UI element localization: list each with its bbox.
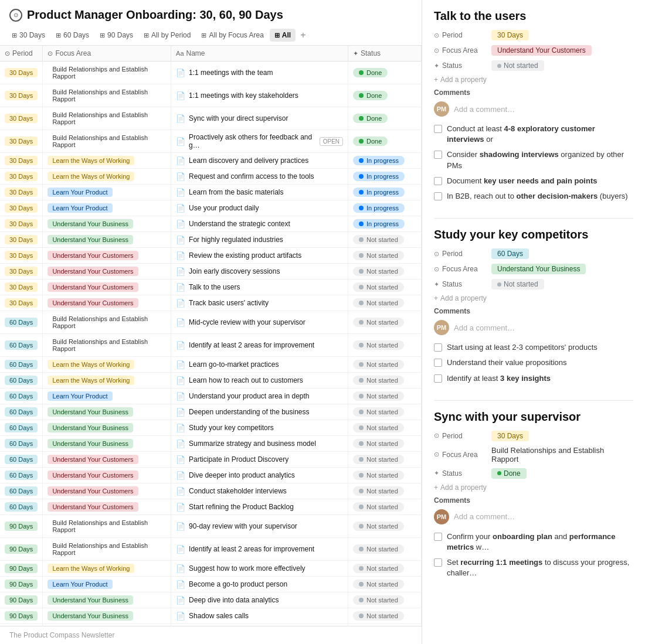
checkbox[interactable]	[434, 192, 442, 200]
focus-badge[interactable]: Build Relationships and Establish Rappor…	[47, 110, 166, 127]
period-value-2[interactable]: 60 Days	[491, 248, 529, 259]
focus-badge[interactable]: Build Relationships and Establish Rappor…	[47, 541, 166, 557]
focus-badge[interactable]: Understand Your Business	[47, 235, 133, 244]
focus-badge[interactable]: Build Relationships and Establish Rappor…	[47, 518, 166, 534]
focus-badge[interactable]: Learn the Ways of Working	[47, 360, 134, 369]
period-badge[interactable]: 90 Days	[5, 564, 38, 573]
focus-badge[interactable]: Understand Your Business	[47, 219, 133, 229]
status-pill[interactable]: In progress	[353, 172, 405, 181]
period-badge[interactable]: 90 Days	[5, 544, 38, 554]
checkbox[interactable]	[434, 151, 442, 159]
focus-badge[interactable]: Understand Your Customers	[47, 282, 138, 292]
status-pill[interactable]: Not started	[353, 423, 404, 432]
status-pill[interactable]: Not started	[353, 439, 404, 448]
focus-badge[interactable]: Build Relationships and Establish Rappor…	[47, 337, 166, 353]
name-text[interactable]: 90-day review with your supervisor	[189, 522, 297, 530]
period-badge[interactable]: 90 Days	[5, 611, 38, 621]
status-pill[interactable]: Not started	[353, 298, 404, 308]
focus-badge[interactable]: Understand Your Business	[47, 407, 133, 417]
status-pill[interactable]: Not started	[353, 595, 404, 605]
name-text[interactable]: For highly regulated industries	[189, 236, 283, 244]
tab-add-button[interactable]: +	[297, 28, 309, 43]
comment-placeholder[interactable]: Add a comment…	[454, 105, 515, 114]
period-badge[interactable]: 30 Days	[5, 251, 38, 260]
period-badge[interactable]: 60 Days	[5, 502, 38, 512]
name-text[interactable]: Deepen understanding of the business	[189, 408, 309, 416]
period-badge[interactable]: 60 Days	[5, 340, 38, 350]
period-badge[interactable]: 30 Days	[5, 172, 38, 181]
name-text[interactable]: Conduct stakeholder interviews	[189, 487, 287, 495]
status-pill[interactable]: Not started	[353, 522, 404, 531]
period-badge[interactable]: 60 Days	[5, 423, 38, 432]
focus-badge[interactable]: Understand Your Customers	[47, 455, 138, 464]
status-pill[interactable]: Not started	[353, 502, 404, 512]
name-text[interactable]: Learn from the basic materials	[189, 188, 283, 196]
status-pill[interactable]: In progress	[353, 219, 405, 229]
checkbox[interactable]	[434, 125, 442, 133]
period-badge[interactable]: 60 Days	[5, 391, 38, 401]
name-text[interactable]: Mid-cycle review with your supervisor	[189, 318, 305, 326]
focus-badge[interactable]: Understand Your Customers	[47, 471, 138, 480]
name-text[interactable]: Join early discovery sessions	[189, 267, 280, 275]
checkbox[interactable]	[434, 533, 442, 541]
status-value-2[interactable]: Not started	[491, 279, 544, 289]
status-pill[interactable]: Not started	[353, 580, 404, 589]
status-value[interactable]: Not started	[491, 60, 544, 71]
name-text[interactable]: Understand the strategic context	[189, 220, 290, 228]
tab-60days[interactable]: ⊞ 60 Days	[51, 29, 94, 42]
name-text[interactable]: Learn discovery and delivery practices	[189, 156, 308, 165]
open-badge[interactable]: OPEN	[320, 137, 343, 146]
comment-placeholder-2[interactable]: Add a comment…	[454, 323, 515, 332]
tab-90days[interactable]: ⊞ 90 Days	[95, 29, 138, 42]
period-badge[interactable]: 30 Days	[5, 203, 38, 213]
period-badge[interactable]: 60 Days	[5, 486, 38, 496]
name-text[interactable]: Become a go-to product person	[189, 580, 287, 588]
name-text[interactable]: Deep dive into data analytics	[189, 596, 279, 604]
status-pill[interactable]: Not started	[353, 235, 404, 244]
status-pill[interactable]: Not started	[353, 544, 404, 554]
name-text[interactable]: Start refining the Product Backlog	[189, 503, 294, 511]
status-pill[interactable]: In progress	[353, 156, 405, 165]
comment-placeholder-3[interactable]: Add a comment…	[454, 512, 515, 521]
status-pill[interactable]: Not started	[353, 486, 404, 496]
name-text[interactable]: Proactively ask others for feedback and …	[189, 133, 314, 149]
period-badge[interactable]: 90 Days	[5, 522, 38, 531]
focus-badge[interactable]: Learn Your Product	[47, 391, 112, 401]
status-pill[interactable]: In progress	[353, 188, 405, 197]
checkbox[interactable]	[434, 558, 442, 567]
focus-badge[interactable]: Learn Your Product	[47, 188, 112, 197]
period-badge[interactable]: 60 Days	[5, 376, 38, 385]
focus-badge[interactable]: Learn Your Product	[47, 580, 112, 589]
period-badge[interactable]: 30 Days	[5, 114, 38, 123]
name-text[interactable]: Track basic users' activity	[189, 299, 269, 307]
focus-badge[interactable]: Understand Your Business	[47, 423, 133, 432]
focus-badge[interactable]: Understand Your Business	[47, 439, 133, 448]
period-badge[interactable]: 60 Days	[5, 455, 38, 464]
status-pill[interactable]: In progress	[353, 203, 405, 213]
period-badge[interactable]: 60 Days	[5, 439, 38, 448]
status-pill[interactable]: Not started	[353, 282, 404, 292]
checkbox[interactable]	[434, 359, 442, 367]
name-text[interactable]: Talk to the users	[189, 283, 240, 291]
name-text[interactable]: Participate in Product Discovery	[189, 455, 288, 464]
period-badge[interactable]: 60 Days	[5, 407, 38, 417]
name-text[interactable]: Understand your product area in depth	[189, 392, 309, 400]
name-text[interactable]: Review the existing product artifacts	[189, 251, 301, 260]
focus-badge[interactable]: Understand Your Customers	[47, 486, 138, 496]
name-text[interactable]: Use your product daily	[189, 204, 259, 212]
name-text[interactable]: Learn how to reach out to customers	[189, 376, 303, 384]
name-text[interactable]: 1:1 meetings with key stakeholders	[189, 91, 298, 100]
focus-value-3[interactable]: Build Relationships and Establish Rappor…	[491, 446, 633, 464]
period-badge[interactable]: 60 Days	[5, 360, 38, 369]
period-badge[interactable]: 60 Days	[5, 471, 38, 480]
focus-badge[interactable]: Understand Your Business	[47, 595, 133, 605]
status-pill[interactable]: Not started	[353, 407, 404, 417]
period-badge[interactable]: 30 Days	[5, 91, 38, 100]
status-pill[interactable]: Done	[353, 68, 388, 77]
period-badge[interactable]: 30 Days	[5, 188, 38, 197]
status-pill[interactable]: Not started	[353, 611, 404, 621]
period-badge[interactable]: 30 Days	[5, 156, 38, 165]
name-text[interactable]: Dive deeper into product analytics	[189, 471, 295, 479]
name-text[interactable]: Shadow sales calls	[189, 612, 249, 620]
focus-value[interactable]: Understand Your Customers	[491, 45, 592, 56]
